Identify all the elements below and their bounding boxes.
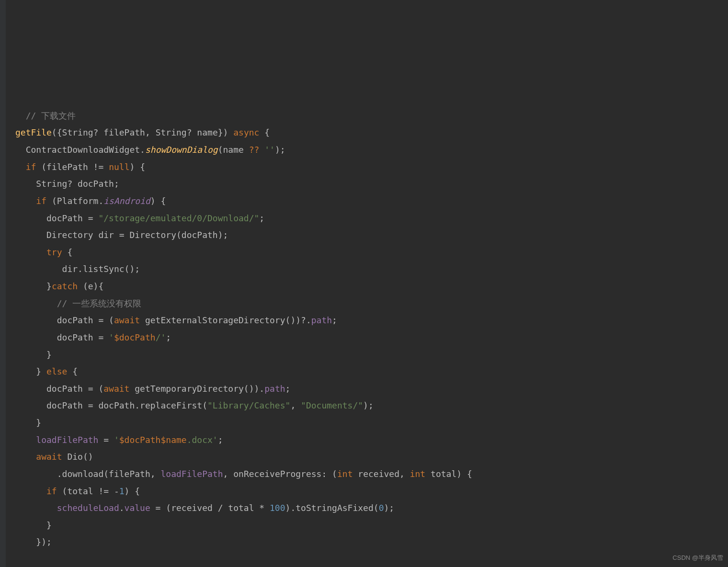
code-line: .download(filePath, loadFilePath, onRece… (15, 469, 472, 479)
code-line: loadFilePath = '$docPath$name.docx'; (15, 435, 223, 445)
code-line: }); (15, 537, 52, 547)
code-line: // 下载文件 (15, 111, 76, 121)
code-line: String? docPath; (15, 179, 119, 189)
code-line: } (15, 418, 41, 428)
code-line: try { (15, 247, 72, 257)
code-editor[interactable]: // 下载文件 getFile({String? filePath, Strin… (6, 102, 728, 551)
else-keyword: else (46, 366, 67, 376)
code-line: if (total != -1) { (15, 486, 140, 496)
if-keyword: if (26, 162, 36, 172)
catch-keyword: catch (52, 281, 78, 291)
code-line: Directory dir = Directory(docPath); (15, 230, 228, 240)
code-line: docPath = "/storage/emulated/0/Download/… (15, 213, 264, 223)
code-line: dir.listSync(); (15, 264, 140, 274)
code-line: await Dio() (15, 452, 93, 462)
async-keyword: async (233, 127, 259, 137)
editor-gutter (0, 0, 6, 567)
string-literal: "/storage/emulated/0/Download/" (98, 213, 259, 223)
code-line: getFile({String? filePath, String? name}… (15, 127, 270, 137)
code-line: scheduleLoad.value = (received / total *… (15, 503, 394, 513)
code-line: docPath = docPath.replaceFirst("Library/… (15, 400, 374, 410)
code-line: // 一些系统没有权限 (15, 298, 141, 308)
code-line: }catch (e){ (15, 281, 103, 291)
code-line: } else { (15, 366, 78, 376)
code-line: docPath = (await getExternalStorageDirec… (15, 315, 337, 325)
comment: // 下载文件 (26, 111, 76, 121)
try-keyword: try (46, 247, 62, 257)
static-method: showDownDialog (145, 145, 218, 155)
code-line: } (15, 520, 52, 530)
code-line: ContractDownloadWidget.showDownDialog(na… (15, 145, 285, 155)
function-name: getFile (15, 127, 52, 137)
code-line: docPath = '$docPath/'; (15, 332, 171, 342)
static-field: isAndroid (103, 196, 150, 206)
code-line: } (15, 350, 52, 360)
code-line: if (filePath != null) { (15, 162, 145, 172)
comment: // 一些系统没有权限 (57, 298, 142, 308)
code-line: docPath = (await getTemporaryDirectory()… (15, 384, 290, 394)
code-line: if (Platform.isAndroid) { (15, 196, 166, 206)
watermark: CSDN @半身风雪 (672, 552, 723, 564)
